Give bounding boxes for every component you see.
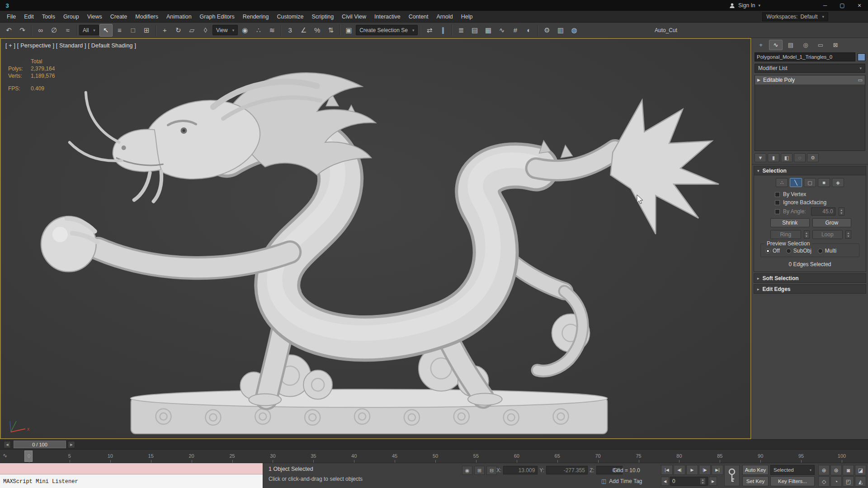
zoom-extents-button[interactable]: ◙ (843, 465, 854, 475)
y-coordinate-field[interactable]: -277.355 (546, 466, 588, 474)
previous-frame-arrow[interactable]: ◄ (4, 441, 11, 448)
x-coordinate-field[interactable]: 13.009 (503, 466, 538, 474)
snaps-toggle-3d-button[interactable]: 3 (283, 24, 297, 37)
minimize-button[interactable]: ─ (816, 0, 834, 11)
ring-spinner[interactable]: ▲▼ (804, 230, 810, 239)
align-button[interactable]: ∥ (436, 24, 449, 37)
go-to-start-button[interactable]: |◀ (661, 465, 673, 475)
orbit-button[interactable]: ◔ (830, 476, 842, 487)
next-frame-button[interactable]: |▶ (699, 465, 711, 475)
frame-tick-50[interactable]: 50 (433, 453, 438, 459)
loop-spinner[interactable]: ▲▼ (845, 230, 851, 239)
auto-key-button[interactable]: Auto Key (742, 465, 769, 475)
frame-tick-90[interactable]: 90 (758, 453, 763, 459)
select-and-place-button[interactable]: ◊ (199, 24, 212, 37)
zoom-button[interactable]: ⊕ (818, 465, 830, 475)
frame-tick-5[interactable]: 5 (68, 453, 71, 459)
menu-content[interactable]: Content (405, 11, 433, 22)
time-slider[interactable]: 0 / 100 (14, 441, 66, 448)
rollout-header-edit-edges[interactable]: ▸Edit Edges (754, 284, 866, 294)
by-vertex-row[interactable]: By Vertex (757, 190, 863, 198)
toggle-scene-explorer-button[interactable]: ≣ (454, 24, 467, 37)
frame-tick-15[interactable]: 15 (148, 453, 154, 459)
rendered-frame-window-button[interactable]: ▥ (554, 24, 567, 37)
mirror-button[interactable]: ⇄ (423, 24, 436, 37)
by-angle-checkbox[interactable] (775, 209, 780, 214)
tab-motion-panel[interactable]: ◎ (799, 40, 812, 50)
render-setup-button[interactable]: ⚙ (540, 24, 553, 37)
toggle-ribbon-button[interactable]: ▦ (481, 24, 495, 37)
menu-modifiers[interactable]: Modifiers (131, 11, 162, 22)
window-crossing-button[interactable]: ⊞ (140, 24, 153, 37)
tab-display-panel[interactable]: ▭ (814, 40, 827, 50)
subobject-border-button[interactable]: ▢ (804, 178, 816, 187)
subobject-polygon-button[interactable]: ■ (818, 178, 830, 187)
stack-item-editable-poly[interactable]: ▶Editable Poly▭ (755, 75, 865, 84)
pin-stack-button[interactable]: ▼ (755, 153, 766, 162)
loop-button[interactable]: Loop (812, 230, 843, 239)
workspaces-dropdown[interactable]: Workspaces: Default ▾ (762, 12, 828, 21)
menu-views[interactable]: Views (83, 11, 106, 22)
remove-modifier-button[interactable]: ◌ (794, 153, 806, 162)
pan-button[interactable]: ◇ (818, 476, 830, 487)
zoom-region-button[interactable]: ◪ (855, 465, 866, 475)
frame-tick-25[interactable]: 25 (229, 453, 235, 459)
edit-named-selection-sets-button[interactable]: ▣ (342, 24, 355, 37)
viewport-canvas[interactable] (1, 39, 750, 438)
set-key-button[interactable]: Set Key (742, 476, 769, 486)
subobject-vertex-button[interactable]: ∴ (776, 178, 788, 187)
previous-frame-button[interactable]: ◀| (674, 465, 685, 475)
frame-tick-0[interactable]: 0 (28, 453, 30, 459)
select-and-manipulate-button[interactable]: ∴ (252, 24, 265, 37)
redo-button[interactable]: ↷ (16, 24, 29, 37)
menu-edit[interactable]: Edit (20, 11, 38, 22)
menu-scripting[interactable]: Scripting (307, 11, 338, 22)
key-filters-button[interactable]: Key Filters... (770, 476, 815, 486)
modifier-stack[interactable]: ▶Editable Poly▭ (755, 75, 865, 151)
tab-utilities-panel[interactable]: ⊠ (829, 40, 842, 50)
by-vertex-checkbox[interactable] (775, 192, 780, 197)
macro-recorder-pane[interactable] (0, 463, 263, 474)
add-time-tag[interactable]: ◫ Add Time Tag (601, 478, 642, 484)
modifier-list-dropdown[interactable]: Modifier List ▾ (755, 64, 865, 73)
frame-tick-10[interactable]: 10 (108, 453, 113, 459)
mini-curve-editor-icon[interactable]: ∿ (3, 452, 7, 459)
menu-create[interactable]: Create (106, 11, 132, 22)
frame-tick-20[interactable]: 20 (189, 453, 194, 459)
viewport-label[interactable]: [ + ] [ Perspective ] [ Standard ] [ Def… (5, 42, 136, 49)
selected-mode-dropdown[interactable]: Selected ▾ (770, 465, 815, 475)
curve-editor-button[interactable]: ∿ (495, 24, 508, 37)
select-and-link-button[interactable]: ∞ (34, 24, 47, 37)
timeline-ruler[interactable]: ∿ 05101520253035404550556065707580859095… (0, 449, 868, 463)
zoom-all-button[interactable]: ⊛ (830, 465, 842, 475)
shrink-button[interactable]: Shrink (770, 218, 810, 227)
preview-subobj-radio[interactable]: SubObj (786, 248, 811, 254)
configure-modifier-sets-button[interactable]: ⚙ (807, 153, 819, 162)
frame-tick-75[interactable]: 75 (636, 453, 641, 459)
preview-off-radio[interactable]: Off (765, 248, 780, 254)
maxscript-mini-listener[interactable]: MAXScript Mini Listener (0, 463, 263, 488)
make-unique-button[interactable]: ◧ (781, 153, 793, 162)
bind-to-space-warp-button[interactable]: ≈ (61, 24, 74, 37)
material-editor-button[interactable]: ◐ (522, 24, 535, 37)
set-keys-button[interactable] (724, 465, 740, 486)
selection-lock-toggle-button[interactable]: ◉ (462, 466, 472, 475)
preview-multi-radio[interactable]: Multi (818, 248, 836, 254)
tab-modify-panel[interactable]: ∿ (769, 40, 783, 50)
next-frame-arrow[interactable]: ► (68, 441, 75, 448)
frame-tick-45[interactable]: 45 (392, 453, 397, 459)
maximize-button[interactable]: ▢ (834, 0, 851, 11)
menu-file[interactable]: File (3, 11, 20, 22)
unlink-selection-button[interactable]: ∅ (47, 24, 61, 37)
object-name-field[interactable] (755, 52, 855, 61)
subobject-element-button[interactable]: ◈ (832, 178, 844, 187)
by-angle-spinner[interactable]: ▲▼ (839, 207, 844, 216)
next-key-button[interactable]: ▶ (709, 477, 717, 486)
listener-input-pane[interactable]: MAXScript Mini Listener (0, 474, 263, 488)
frame-tick-85[interactable]: 85 (717, 453, 722, 459)
keyboard-shortcut-override-button[interactable]: ≋ (265, 24, 278, 37)
select-by-name-button[interactable]: ≡ (113, 24, 126, 37)
frame-tick-40[interactable]: 40 (351, 453, 357, 459)
ignore-backfacing-row[interactable]: Ignore Backfacing (757, 198, 863, 206)
expand-icon[interactable]: ▶ (757, 78, 760, 82)
